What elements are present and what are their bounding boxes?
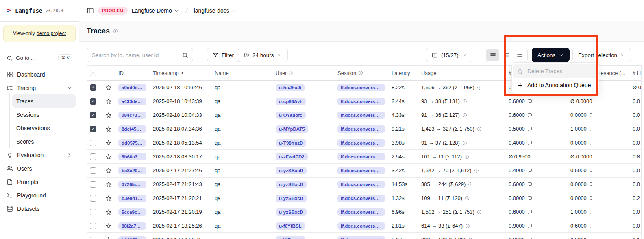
- sidebar-item-evaluation[interactable]: Evaluation: [3, 148, 76, 162]
- info-icon[interactable]: [358, 70, 363, 75]
- user-badge[interactable]: u-zEwdED2: [276, 153, 308, 160]
- row-height-medium-button[interactable]: [500, 49, 513, 61]
- row-height-large-button[interactable]: [513, 49, 526, 61]
- col-header-timestamp[interactable]: Timestamp▼: [150, 66, 211, 80]
- table-row[interactable]: 8dcf4574...2025-02-18 07:34:36qau-MYpDAT…: [87, 122, 641, 136]
- info-icon[interactable]: [477, 127, 482, 132]
- project-breadcrumb[interactable]: langfuse-docs: [194, 7, 237, 14]
- row-checkbox[interactable]: [90, 126, 96, 132]
- row-checkbox[interactable]: [90, 223, 96, 229]
- sidebar-toggle-icon[interactable]: [87, 7, 94, 14]
- session-badge[interactable]: lf.docs.conversation...: [337, 167, 385, 174]
- table-row[interactable]: 5cca9cf2...2025-02-17 21:20:19qau-yzSBxc…: [87, 205, 641, 219]
- trace-id-badge[interactable]: dd05753...: [118, 139, 146, 147]
- row-checkbox[interactable]: [90, 181, 96, 188]
- comment-icon[interactable]: [527, 99, 532, 104]
- user-badge[interactable]: u-f0YfBSL: [276, 222, 305, 230]
- user-badge[interactable]: u-cp66Avh: [276, 98, 306, 105]
- menu-item-add-to-annotation-queue[interactable]: Add to Annotation Queue: [513, 78, 597, 92]
- star-icon[interactable]: [105, 84, 112, 91]
- info-icon[interactable]: [477, 85, 482, 90]
- session-badge[interactable]: lf.docs.conversation...: [337, 98, 385, 105]
- trace-id-badge[interactable]: 8dcf4574...: [118, 125, 146, 133]
- info-icon[interactable]: [474, 168, 479, 173]
- session-badge[interactable]: lf.docs.conversation...: [337, 208, 385, 216]
- session-badge[interactable]: lf.docs.conversation...: [337, 153, 385, 160]
- sidebar-item-sessions[interactable]: Sessions: [12, 108, 76, 121]
- table-row[interactable]: 88f2a7b0...2025-02-17 18:25:26qau-f0YfBS…: [87, 219, 641, 233]
- star-icon[interactable]: [105, 237, 112, 239]
- user-badge[interactable]: u-yzSBxcD: [276, 181, 307, 188]
- row-checkbox[interactable]: [90, 167, 96, 174]
- col-header-name[interactable]: Name: [211, 66, 272, 80]
- row-checkbox[interactable]: [90, 140, 96, 146]
- sidebar-item-scores[interactable]: Scores: [12, 135, 76, 148]
- trace-id-badge[interactable]: 88f2a7b0...: [118, 222, 146, 230]
- comment-icon[interactable]: [527, 168, 532, 173]
- session-badge[interactable]: lf.docs.conversation...: [337, 84, 385, 91]
- row-height-small-button[interactable]: [486, 49, 499, 61]
- user-badge[interactable]: u-OYauofc: [276, 112, 306, 119]
- sidebar-item-dashboard[interactable]: Dashboard: [3, 68, 76, 81]
- comment-icon[interactable]: [527, 210, 532, 215]
- star-icon[interactable]: [105, 153, 112, 160]
- star-icon[interactable]: [105, 223, 112, 229]
- table-row[interactable]: a433de51...2025-02-18 10:43:39qau-cp66Av…: [87, 94, 641, 108]
- col-header-star[interactable]: [102, 66, 115, 80]
- star-icon[interactable]: [105, 195, 112, 202]
- table-row[interactable]: dd05753...2025-02-18 05:13:54qau-T98YnzD…: [87, 136, 641, 150]
- demo-project-link[interactable]: demo project: [37, 31, 66, 36]
- row-checkbox[interactable]: [90, 195, 96, 202]
- trace-id-badge[interactable]: a433de51...: [118, 98, 146, 105]
- table-row[interactable]: ba8a208f...2025-02-17 21:27:46qau-yzSBxc…: [87, 164, 641, 178]
- session-badge[interactable]: lf.docs.conversation...: [337, 236, 385, 239]
- comment-icon[interactable]: [527, 140, 532, 145]
- session-badge[interactable]: lf.docs.conversation...: [337, 181, 385, 188]
- org-breadcrumb[interactable]: Langfuse Demo: [132, 7, 179, 14]
- col-header-session[interactable]: Session: [334, 66, 388, 80]
- sidebar-item-datasets[interactable]: Datasets: [3, 202, 76, 215]
- info-icon[interactable]: [468, 237, 473, 239]
- comment-icon[interactable]: [527, 127, 532, 132]
- comment-icon[interactable]: [527, 196, 532, 201]
- sidebar-item-users[interactable]: Users: [3, 162, 76, 175]
- info-icon[interactable]: [468, 182, 473, 187]
- export-selection-button[interactable]: Export selection: [572, 48, 631, 62]
- comment-icon[interactable]: [527, 237, 532, 239]
- row-checkbox[interactable]: [90, 209, 96, 215]
- table-row[interactable]: d3e9d1f2...2025-02-17 21:20:21qau-yzSBxc…: [87, 191, 641, 205]
- star-icon[interactable]: [105, 167, 112, 174]
- columns-selector-button[interactable]: (15/27): [426, 48, 472, 62]
- session-badge[interactable]: lf.docs.conversation...: [337, 222, 385, 230]
- col-header-latency[interactable]: Latency: [388, 66, 418, 80]
- star-icon[interactable]: [105, 112, 112, 118]
- info-icon[interactable]: [462, 140, 467, 145]
- info-icon[interactable]: [462, 113, 467, 118]
- trace-id-badge[interactable]: 084c739...: [118, 112, 146, 119]
- trace-id-badge[interactable]: d3e9d1f2...: [118, 195, 146, 202]
- table-row[interactable]: 07265c7a...2025-02-17 21:21:43qau-yzSBxc…: [87, 178, 641, 191]
- col-header-id[interactable]: ID: [115, 66, 150, 80]
- sidebar-item-observations[interactable]: Observations: [12, 121, 76, 135]
- info-icon[interactable]: [462, 99, 467, 104]
- info-icon[interactable]: [465, 196, 470, 201]
- col-header-h[interactable]: # H: [629, 66, 642, 80]
- comment-icon[interactable]: [527, 113, 532, 118]
- row-checkbox[interactable]: [90, 153, 96, 160]
- filter-button[interactable]: Filter: [207, 48, 239, 62]
- row-checkbox[interactable]: [90, 84, 96, 91]
- user-badge[interactable]: u-T98YnzD: [276, 139, 306, 147]
- comment-icon[interactable]: [527, 224, 532, 228]
- trace-id-badge[interactable]: ba8a208f...: [118, 167, 146, 174]
- search-submit-button[interactable]: [177, 48, 193, 62]
- row-checkbox[interactable]: [90, 112, 96, 118]
- star-icon[interactable]: [105, 140, 112, 146]
- trace-id-badge[interactable]: 5cca9cf2...: [118, 208, 146, 216]
- trace-id-badge[interactable]: b669529...: [118, 236, 146, 239]
- session-badge[interactable]: lf.docs.conversation...: [337, 112, 385, 119]
- goto-search[interactable]: Go to... ⌘ K: [3, 51, 76, 64]
- select-all-checkbox[interactable]: [90, 70, 96, 76]
- user-badge[interactable]: u-huJhuJi: [276, 84, 305, 91]
- trace-id-badge[interactable]: 07265c7a...: [118, 181, 146, 188]
- col-header-select[interactable]: [87, 66, 102, 80]
